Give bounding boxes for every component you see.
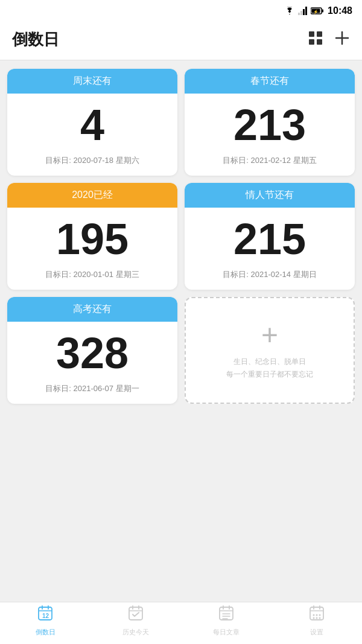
nav-label-history: 历史今天	[122, 628, 149, 637]
status-icons: ⚡	[284, 7, 324, 15]
card-date-valentines: 目标日: 2021-02-14 星期日	[185, 266, 355, 290]
main-content: 周末还有 4 目标日: 2020-07-18 星期六 春节还有 213 目标日:…	[0, 60, 362, 602]
add-card-plus-icon: +	[261, 320, 278, 349]
card-header-spring: 春节还有	[185, 69, 355, 94]
bottom-nav: 12 倒数日 历史今天	[0, 602, 362, 644]
header-actions	[308, 30, 350, 49]
svg-rect-19	[129, 607, 142, 620]
status-bar: ⚡ 10:48	[0, 0, 362, 22]
card-number-spring: 213	[185, 94, 355, 151]
svg-rect-8	[309, 31, 314, 37]
nav-item-settings[interactable]: 设置	[272, 605, 362, 637]
add-icon[interactable]	[334, 30, 350, 49]
svg-rect-3	[305, 7, 307, 15]
svg-rect-9	[317, 31, 322, 37]
status-time: 10:48	[328, 5, 352, 16]
svg-rect-11	[317, 39, 322, 45]
app-header: 倒数日	[0, 22, 362, 60]
card-weekend[interactable]: 周末还有 4 目标日: 2020-07-18 星期六	[7, 69, 177, 176]
svg-rect-2	[303, 9, 305, 15]
wifi-icon	[284, 7, 295, 15]
card-header-valentines: 情人节还有	[185, 183, 355, 208]
signal-icon	[298, 7, 308, 15]
nav-item-history[interactable]: 历史今天	[91, 605, 181, 637]
page-title: 倒数日	[12, 29, 59, 50]
nav-icon-countdown: 12	[37, 605, 54, 626]
card-date-gaokao: 目标日: 2021-06-07 星期一	[7, 380, 177, 404]
svg-point-39	[319, 617, 321, 619]
svg-rect-1	[300, 11, 302, 15]
svg-point-37	[313, 617, 315, 619]
nav-icon-settings	[308, 605, 325, 626]
svg-rect-10	[309, 39, 314, 45]
card-number-valentines: 215	[185, 208, 355, 266]
add-card-desc: 生日、纪念日、脱单日 每一个重要日子都不要忘记	[226, 355, 313, 380]
nav-label-daily: 每日文章	[213, 628, 240, 637]
card-number-weekend: 4	[7, 94, 177, 151]
card-date-2020: 目标日: 2020-01-01 星期三	[7, 266, 177, 290]
card-header-2020: 2020已经	[7, 183, 177, 208]
nav-label-countdown: 倒数日	[36, 628, 56, 637]
nav-icon-daily	[218, 605, 235, 626]
card-number-2020: 195	[7, 208, 177, 266]
svg-rect-5	[322, 10, 324, 13]
svg-point-35	[316, 614, 318, 616]
battery-icon: ⚡	[311, 7, 324, 14]
card-valentines[interactable]: 情人节还有 215 目标日: 2021-02-14 星期日	[185, 183, 355, 290]
cards-grid: 周末还有 4 目标日: 2020-07-18 星期六 春节还有 213 目标日:…	[7, 69, 355, 404]
card-number-gaokao: 328	[7, 322, 177, 380]
nav-icon-history	[127, 605, 144, 626]
nav-item-countdown[interactable]: 12 倒数日	[0, 605, 91, 637]
svg-point-36	[319, 614, 321, 616]
card-header-gaokao: 高考还有	[7, 297, 177, 322]
add-card-button[interactable]: + 生日、纪念日、脱单日 每一个重要日子都不要忘记	[185, 297, 355, 404]
svg-text:12: 12	[42, 613, 49, 619]
nav-item-daily[interactable]: 每日文章	[181, 605, 272, 637]
card-date-weekend: 目标日: 2020-07-18 星期六	[7, 151, 177, 176]
svg-point-34	[313, 614, 315, 616]
svg-rect-0	[298, 13, 300, 15]
card-header-weekend: 周末还有	[7, 69, 177, 94]
grid-icon[interactable]	[308, 30, 323, 49]
card-date-spring: 目标日: 2021-02-12 星期五	[185, 151, 355, 176]
card-gaokao[interactable]: 高考还有 328 目标日: 2021-06-07 星期一	[7, 297, 177, 404]
svg-point-38	[316, 617, 318, 619]
card-2020[interactable]: 2020已经 195 目标日: 2020-01-01 星期三	[7, 183, 177, 290]
card-spring-festival[interactable]: 春节还有 213 目标日: 2021-02-12 星期五	[185, 69, 355, 176]
nav-label-settings: 设置	[310, 628, 323, 637]
svg-text:⚡: ⚡	[313, 9, 319, 14]
